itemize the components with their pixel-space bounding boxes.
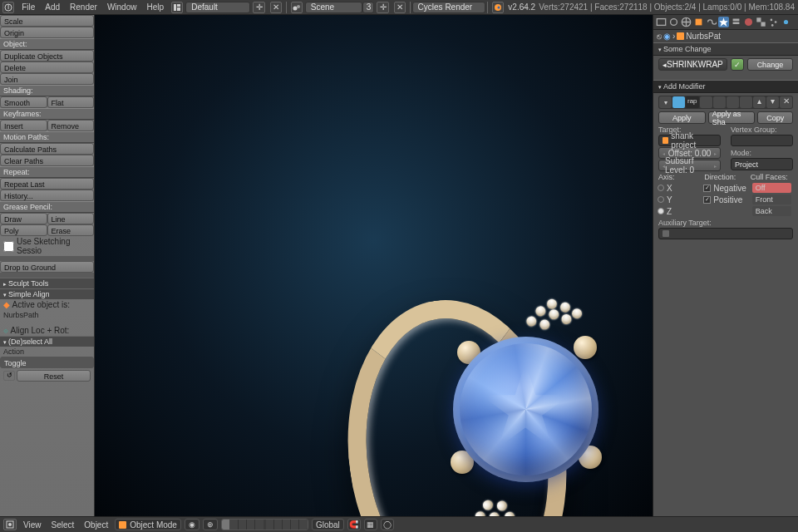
axis-z-radio[interactable]: Z — [657, 205, 702, 217]
snap-type-icon[interactable]: ▦ — [364, 519, 377, 530]
tab-scene-icon[interactable] — [668, 17, 679, 27]
apply-check-icon[interactable]: ✓ — [731, 58, 744, 71]
smooth-button[interactable]: Smooth — [0, 96, 47, 108]
apply-button[interactable]: Apply — [658, 111, 706, 124]
mod-movedown-icon[interactable]: ▾ — [766, 96, 779, 108]
layer-buttons[interactable] — [221, 519, 308, 530]
scene-selector[interactable]: Scene — [305, 2, 363, 13]
scene-icon[interactable] — [291, 2, 303, 13]
drop-to-ground-button[interactable]: Drop to Ground — [0, 261, 94, 273]
orientation-selector[interactable]: Global — [312, 519, 344, 530]
sketching-checkbox[interactable]: Use Sketching Sessio — [0, 236, 94, 256]
snap-icon[interactable]: 🧲 — [347, 519, 361, 530]
menu-add[interactable]: Add — [40, 2, 65, 12]
mod-expand-icon[interactable]: ▾ — [659, 96, 672, 108]
pivot-icon[interactable]: ⊕ — [203, 519, 218, 530]
duplicate-button[interactable]: Duplicate Objects — [0, 50, 94, 62]
scene-users[interactable]: 3 — [362, 2, 374, 13]
tab-data-icon[interactable] — [731, 17, 741, 27]
menu-file[interactable]: File — [17, 2, 40, 12]
render-engine[interactable]: Cycles Render — [412, 2, 486, 13]
remove-button[interactable]: Remove — [47, 120, 95, 131]
reset-icon[interactable]: ↺ — [3, 371, 15, 381]
menu-render[interactable]: Render — [65, 2, 102, 12]
world-link-icon[interactable]: ◉ — [663, 32, 671, 41]
aux-target-field[interactable] — [658, 228, 793, 239]
layout-icon[interactable] — [171, 2, 183, 13]
tab-constraints-icon[interactable] — [706, 17, 717, 27]
poly-button[interactable]: Poly — [0, 224, 47, 236]
menu-view[interactable]: View — [20, 520, 45, 530]
mod-delete-icon[interactable]: ✕ — [780, 96, 792, 108]
sculpt-tools-section[interactable]: Sculpt Tools — [0, 278, 94, 288]
toggle-button[interactable]: Toggle — [0, 357, 94, 368]
flat-button[interactable]: Flat — [47, 96, 95, 108]
repeat-last-button[interactable]: Repeat Last — [0, 178, 94, 190]
mod-moveup-icon[interactable]: ▴ — [753, 96, 766, 108]
cull-back-button[interactable]: Back — [752, 206, 791, 216]
tab-render-icon[interactable] — [656, 17, 667, 27]
line-button[interactable]: Line — [47, 213, 95, 224]
dir-negative-checkbox[interactable]: ✓Negative — [702, 182, 748, 194]
menu-select[interactable]: Select — [48, 520, 78, 530]
draw-button[interactable]: Draw — [0, 213, 47, 224]
axis-x-radio[interactable]: X — [657, 182, 702, 194]
tab-world-icon[interactable] — [681, 17, 692, 27]
scene-link-icon[interactable]: ⎋ — [657, 32, 662, 41]
tab-object-icon[interactable] — [693, 17, 704, 27]
repeat-header: Repeat: — [0, 166, 94, 178]
layout-remove-icon[interactable]: ✕ — [270, 2, 282, 13]
layout-add-icon[interactable]: ✛ — [253, 2, 264, 13]
tab-material-icon[interactable] — [743, 17, 754, 27]
editor-type-icon[interactable] — [3, 519, 17, 530]
erase-button[interactable]: Erase — [47, 224, 95, 236]
cull-front-button[interactable]: Front — [752, 195, 791, 204]
insert-button[interactable]: Insert — [0, 120, 47, 131]
menu-object[interactable]: Object — [81, 520, 111, 530]
vgroup-field[interactable] — [731, 135, 793, 146]
3d-viewport[interactable] — [95, 15, 653, 516]
mod-cage-icon[interactable] — [740, 96, 752, 108]
delete-button[interactable]: Delete — [0, 62, 94, 73]
axis-y-radio[interactable]: Y — [657, 194, 702, 205]
tab-texture-icon[interactable] — [756, 17, 766, 27]
scene-add-icon[interactable]: ✛ — [377, 2, 388, 13]
simple-align-section[interactable]: Simple Align — [0, 288, 94, 299]
tab-physics-icon[interactable] — [781, 17, 791, 27]
calc-paths-button[interactable]: Calculate Paths — [0, 143, 94, 155]
modifier-type[interactable]: ◂ SHRINKWRAP — [658, 58, 727, 71]
mod-name-field[interactable]: rap — [686, 96, 699, 108]
mod-render-icon[interactable] — [700, 96, 712, 108]
menu-help[interactable]: Help — [141, 2, 169, 12]
subsurf-field[interactable]: Subsurf Level: 0 — [658, 160, 721, 171]
scene-stats: Verts:272421 | Faces:272118 | Objects:2/… — [535, 2, 798, 12]
tab-modifiers-icon[interactable] — [718, 17, 729, 27]
menu-window[interactable]: Window — [102, 2, 142, 12]
dir-positive-checkbox[interactable]: ✓Positive — [702, 194, 748, 205]
layout-selector[interactable]: Default — [185, 2, 250, 13]
copy-button[interactable]: Copy — [757, 111, 793, 124]
clear-paths-button[interactable]: Clear Paths — [0, 155, 94, 166]
mod-realtime-icon[interactable] — [713, 96, 726, 108]
origin-button[interactable]: Origin — [0, 27, 94, 38]
add-modifier-dropdown[interactable]: Add Modifier — [653, 80, 798, 93]
cull-off-button[interactable]: Off — [752, 183, 791, 193]
deselect-all-section[interactable]: (De)select All — [0, 336, 94, 347]
info-icon[interactable]: i — [2, 2, 14, 13]
apply-as-shape-button[interactable]: Apply as Sha — [708, 111, 756, 124]
change-button[interactable]: Change — [747, 58, 793, 71]
proportional-icon[interactable]: ◯ — [381, 519, 394, 530]
some-change-panel[interactable]: Some Change — [653, 42, 798, 56]
viewport-shading-icon[interactable]: ◉ — [185, 519, 200, 530]
join-button[interactable]: Join — [0, 73, 94, 85]
history-button[interactable]: History... — [0, 190, 94, 201]
tab-particles-icon[interactable] — [768, 17, 779, 27]
mod-editmode-icon[interactable] — [727, 96, 739, 108]
target-field[interactable]: shank project — [658, 135, 721, 146]
object-name[interactable]: NurbsPat — [686, 32, 721, 41]
mode-dropdown[interactable]: Project — [731, 158, 793, 170]
reset-button[interactable]: Reset — [17, 370, 91, 382]
mode-selector[interactable]: Object Mode — [115, 519, 181, 530]
scene-remove-icon[interactable]: ✕ — [394, 2, 406, 13]
scale-button[interactable]: Scale — [0, 15, 94, 27]
